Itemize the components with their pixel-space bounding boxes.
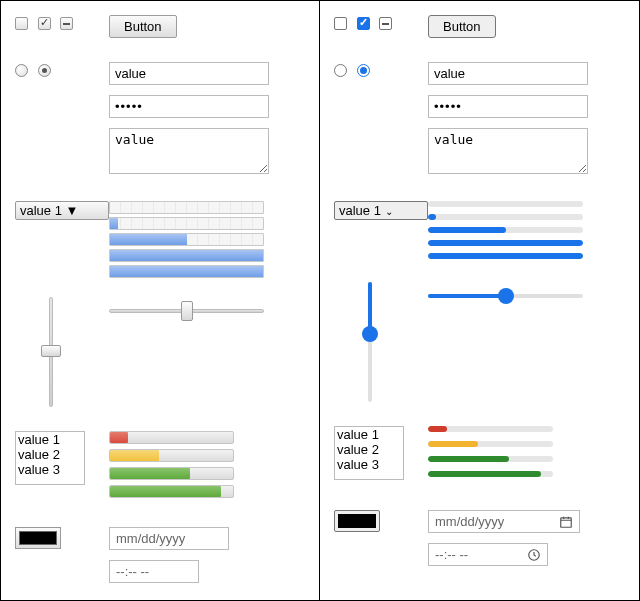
color-swatch xyxy=(19,531,57,545)
slider-vertical[interactable] xyxy=(360,282,380,402)
meter xyxy=(109,485,234,498)
date-input[interactable]: mm/dd/yyyy xyxy=(109,527,229,550)
date-placeholder: mm/dd/yyyy xyxy=(435,514,504,529)
progress-bar xyxy=(109,217,264,230)
progress-bar xyxy=(428,240,583,246)
meter xyxy=(428,456,553,462)
progress-bar xyxy=(428,201,583,207)
color-input[interactable] xyxy=(334,510,380,532)
radio-unchecked[interactable] xyxy=(15,64,28,77)
checkbox-checked[interactable] xyxy=(38,17,51,30)
password-input[interactable]: ••••• xyxy=(428,95,588,118)
radio-unchecked[interactable] xyxy=(334,64,347,77)
password-input[interactable]: ••••• xyxy=(109,95,269,118)
svg-rect-0 xyxy=(561,517,572,526)
meter xyxy=(109,467,234,480)
checkbox-indeterminate[interactable] xyxy=(60,17,73,30)
meter xyxy=(428,441,553,447)
time-input[interactable]: --:-- -- xyxy=(428,543,548,566)
slider-horizontal[interactable] xyxy=(428,286,583,306)
listbox-option[interactable]: value 1 xyxy=(335,427,403,442)
progress-bar xyxy=(109,265,264,278)
time-placeholder: --:-- -- xyxy=(435,547,468,562)
checkbox-checked[interactable] xyxy=(357,17,370,30)
modern-pane: Button ••••• value xyxy=(320,1,639,600)
listbox[interactable]: value 1 value 2 value 3 xyxy=(15,431,85,485)
progress-bar xyxy=(109,233,264,246)
comparison-frame: Button ••••• value xyxy=(0,0,640,601)
select-value: value 1 xyxy=(339,203,381,218)
button[interactable]: Button xyxy=(109,15,177,38)
meter xyxy=(428,426,553,432)
color-input[interactable] xyxy=(15,527,61,549)
checkbox-indeterminate[interactable] xyxy=(379,17,392,30)
color-swatch xyxy=(338,514,376,528)
text-input[interactable] xyxy=(109,62,269,85)
button[interactable]: Button xyxy=(428,15,496,38)
progress-bar xyxy=(109,201,264,214)
meter xyxy=(109,431,234,444)
date-input[interactable]: mm/dd/yyyy xyxy=(428,510,580,533)
textarea[interactable]: value xyxy=(109,128,269,174)
listbox-option[interactable]: value 2 xyxy=(16,447,84,462)
slider-vertical[interactable] xyxy=(41,297,61,407)
clock-icon xyxy=(527,548,541,562)
listbox[interactable]: value 1 value 2 value 3 xyxy=(334,426,404,480)
checkbox-unchecked[interactable] xyxy=(334,17,347,30)
meter xyxy=(109,449,234,462)
progress-bar xyxy=(109,249,264,262)
meter xyxy=(428,471,553,477)
listbox-option[interactable]: value 3 xyxy=(335,457,403,472)
text-input[interactable] xyxy=(428,62,588,85)
progress-bar xyxy=(428,214,583,220)
slider-horizontal[interactable] xyxy=(109,301,264,321)
calendar-icon xyxy=(559,515,573,529)
listbox-option[interactable]: value 2 xyxy=(335,442,403,457)
textarea[interactable]: value xyxy=(428,128,588,174)
radio-checked[interactable] xyxy=(38,64,51,77)
select-value: value 1 xyxy=(20,203,62,218)
progress-bar xyxy=(428,227,583,233)
checkbox-unchecked[interactable] xyxy=(15,17,28,30)
listbox-option[interactable]: value 3 xyxy=(16,462,84,477)
listbox-option[interactable]: value 1 xyxy=(16,432,84,447)
select-dropdown[interactable]: value 1 ⌄ xyxy=(334,201,428,220)
progress-bar xyxy=(428,253,583,259)
time-input[interactable]: --:-- -- xyxy=(109,560,199,583)
legacy-pane: Button ••••• value xyxy=(1,1,320,600)
select-dropdown[interactable]: value 1 ▼ xyxy=(15,201,109,220)
radio-checked[interactable] xyxy=(357,64,370,77)
